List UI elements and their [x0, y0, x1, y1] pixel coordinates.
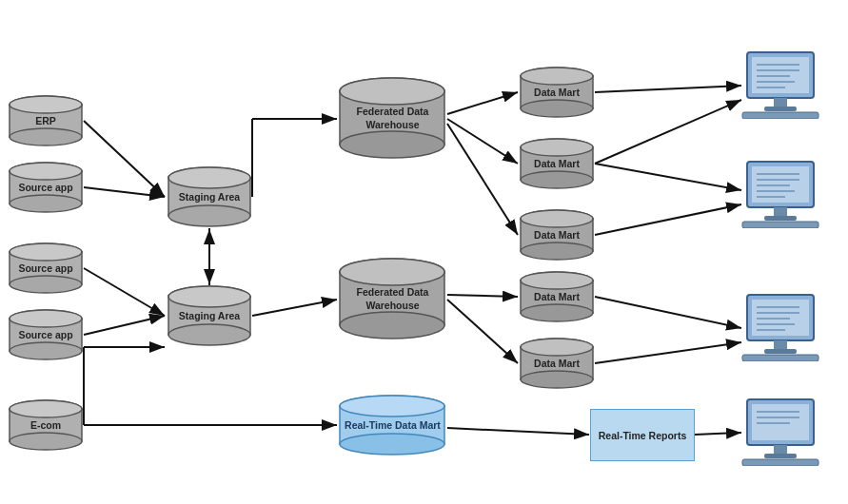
rt-mart-cylinder: Real-Time Data Mart — [338, 395, 447, 456]
svg-rect-98 — [774, 207, 787, 217]
svg-point-69 — [521, 68, 593, 85]
svg-line-24 — [447, 428, 589, 435]
svg-rect-99 — [764, 216, 797, 221]
computer-2-svg — [738, 157, 833, 228]
rt-mart-label: Real-Time Data Mart — [345, 419, 441, 433]
staging-1-label: Staging Area — [179, 191, 240, 204]
svg-point-60 — [340, 312, 444, 339]
svg-line-12 — [252, 300, 337, 316]
dm-5-cylinder: Data Mart — [519, 338, 595, 390]
svg-line-22 — [595, 297, 741, 328]
dm-3-label: Data Mart — [534, 229, 580, 242]
svg-point-44 — [10, 433, 82, 450]
svg-line-3 — [84, 268, 165, 316]
computer-4-svg — [738, 395, 833, 466]
svg-rect-89 — [764, 107, 797, 111]
svg-point-65 — [340, 396, 444, 417]
svg-point-48 — [168, 205, 250, 226]
svg-rect-119 — [764, 454, 797, 458]
svg-point-49 — [168, 167, 250, 188]
svg-point-40 — [10, 342, 82, 359]
svg-point-29 — [10, 96, 82, 113]
staging-2-cylinder: Staging Area — [167, 285, 252, 347]
svg-point-85 — [521, 339, 593, 356]
svg-line-18 — [595, 86, 741, 92]
svg-rect-120 — [742, 459, 818, 466]
svg-point-56 — [340, 131, 444, 158]
svg-line-25 — [695, 433, 741, 435]
computer-1-svg — [738, 48, 833, 119]
source-app-1-label: Source app — [18, 182, 72, 195]
svg-point-72 — [521, 171, 593, 188]
computer-3 — [738, 290, 833, 361]
rt-reports-label: Real-Time Reports — [599, 430, 687, 441]
svg-line-15 — [447, 124, 518, 235]
fdw-2-label: Federated Data Warehouse — [338, 286, 447, 312]
source-app-2-label: Source app — [18, 262, 72, 276]
ecom-label: E-com — [30, 419, 61, 433]
svg-point-37 — [10, 243, 82, 261]
svg-line-19 — [595, 100, 741, 164]
dm-4-cylinder: Data Mart — [519, 271, 595, 323]
svg-point-36 — [10, 276, 82, 293]
svg-point-84 — [521, 371, 593, 388]
svg-rect-90 — [742, 112, 818, 119]
svg-rect-117 — [752, 404, 809, 440]
dm-5-label: Data Mart — [534, 358, 580, 371]
erp-label: ERP — [35, 115, 56, 128]
source-app-3-cylinder: Source app — [8, 309, 84, 361]
rt-reports-box: Real-Time Reports — [590, 409, 695, 461]
erp-cylinder: ERP — [8, 95, 84, 147]
svg-rect-100 — [742, 222, 818, 228]
diagram: ERP Source app Source app Source app — [0, 0, 848, 504]
ecom-cylinder: E-com — [8, 399, 84, 452]
staging-1-cylinder: Staging Area — [167, 166, 252, 228]
svg-point-53 — [168, 286, 250, 307]
svg-rect-110 — [742, 355, 818, 361]
svg-point-77 — [521, 210, 593, 227]
svg-line-13 — [447, 92, 518, 114]
svg-rect-118 — [774, 445, 787, 455]
computer-2 — [738, 157, 833, 228]
svg-line-2 — [84, 187, 165, 197]
source-app-1-cylinder: Source app — [8, 162, 84, 214]
dm-3-cylinder: Data Mart — [519, 209, 595, 262]
svg-point-68 — [521, 100, 593, 117]
svg-point-52 — [168, 324, 250, 345]
svg-line-23 — [595, 342, 741, 363]
svg-line-1 — [84, 121, 165, 197]
svg-point-64 — [340, 434, 444, 455]
source-app-2-cylinder: Source app — [8, 242, 84, 295]
dm-2-label: Data Mart — [534, 158, 580, 171]
svg-line-21 — [595, 164, 741, 190]
fdw-2-cylinder: Federated Data Warehouse — [338, 257, 447, 342]
fdw-1-label: Federated Data Warehouse — [338, 106, 447, 131]
svg-point-57 — [340, 78, 444, 105]
computer-1 — [738, 48, 833, 119]
svg-line-16 — [447, 295, 518, 297]
svg-point-73 — [521, 139, 593, 156]
computer-4 — [738, 395, 833, 466]
dm-1-cylinder: Data Mart — [519, 67, 595, 119]
svg-line-20 — [595, 204, 741, 235]
svg-point-61 — [340, 259, 444, 285]
svg-point-41 — [10, 310, 82, 327]
svg-point-33 — [10, 163, 82, 180]
svg-point-32 — [10, 195, 82, 212]
svg-line-14 — [447, 119, 518, 164]
svg-point-81 — [521, 272, 593, 289]
svg-point-80 — [521, 304, 593, 321]
svg-point-76 — [521, 242, 593, 260]
dm-4-label: Data Mart — [534, 291, 580, 304]
svg-rect-88 — [774, 98, 787, 107]
staging-2-label: Staging Area — [179, 310, 240, 323]
svg-line-4 — [84, 316, 165, 335]
dm-1-label: Data Mart — [534, 87, 580, 100]
fdw-1-cylinder: Federated Data Warehouse — [338, 76, 447, 162]
svg-point-28 — [10, 128, 82, 145]
svg-rect-108 — [774, 340, 787, 350]
svg-rect-109 — [764, 349, 797, 354]
svg-point-45 — [10, 400, 82, 417]
source-app-3-label: Source app — [18, 329, 72, 342]
computer-3-svg — [738, 290, 833, 361]
